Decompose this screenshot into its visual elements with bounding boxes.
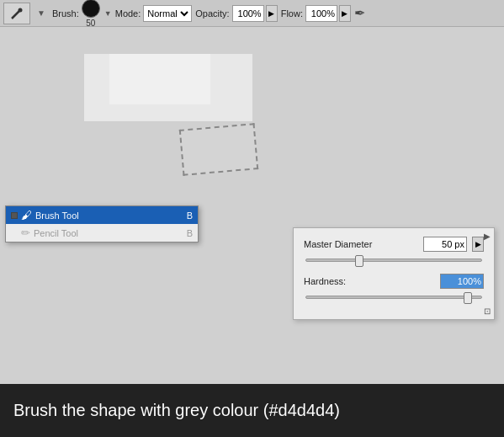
diameter-slider-track[interactable] <box>305 258 482 262</box>
brush-group: Brush: 50 ▼ <box>52 0 112 28</box>
brush-size: 50 <box>86 19 95 28</box>
mode-label: Mode: <box>115 8 141 19</box>
hardness-slider-thumb[interactable] <box>464 292 472 304</box>
flow-group: Flow: ▶ <box>281 5 351 22</box>
brush-icon <box>9 6 24 21</box>
hardness-slider-track[interactable] <box>305 296 482 299</box>
instruction-bar: Brush the shape with grey colour (#d4d4d… <box>0 384 504 437</box>
tool-menu-item-pencil[interactable]: ✏ Pencil Tool B <box>6 224 198 242</box>
tool-menu-item-brush[interactable]: 🖌 Brush Tool B <box>6 206 198 224</box>
tool-menu: 🖌 Brush Tool B ✏ Pencil Tool B <box>5 205 199 242</box>
panel-expand-button[interactable]: ⊡ <box>484 306 491 316</box>
hardness-row: Hardness: <box>304 274 484 289</box>
brush-tool-label: Brush Tool <box>35 211 79 221</box>
mode-select[interactable]: Normal <box>143 5 192 22</box>
pencil-tool-icon: ✏ <box>21 226 30 239</box>
svg-point-1 <box>19 8 23 12</box>
instruction-text: Brush the shape with grey colour (#d4d4d… <box>13 401 340 420</box>
brush-tool-icon: 🖌 <box>21 209 32 221</box>
diameter-slider-thumb[interactable] <box>355 255 363 267</box>
opacity-group: Opacity: ▶ <box>195 5 277 22</box>
brush-panel: ▶ Master Diameter ▶ Hardness: ⊡ <box>293 227 495 320</box>
airbrush-button[interactable]: ✒ <box>354 5 365 21</box>
opacity-input-group: ▶ <box>232 5 278 22</box>
brush-preview-col: 50 <box>82 0 100 28</box>
diameter-label: Master Diameter <box>304 239 372 249</box>
diameter-arrow[interactable]: ▶ <box>472 237 484 252</box>
opacity-arrow[interactable]: ▶ <box>266 5 278 22</box>
flow-input-group: ▶ <box>305 5 351 22</box>
flow-arrow[interactable]: ▶ <box>339 5 351 22</box>
panel-resize-button[interactable]: ▶ <box>484 232 491 241</box>
brush-expand-arrow[interactable]: ▼ <box>104 9 112 18</box>
opacity-input[interactable] <box>232 5 264 22</box>
toolbar: ▼ Brush: 50 ▼ Mode: Normal Opacity: ▶ Fl… <box>0 0 504 27</box>
selection-shape <box>179 123 258 176</box>
diameter-input[interactable] <box>423 237 467 252</box>
flow-input[interactable] <box>305 5 337 22</box>
pencil-tool-label: Pencil Tool <box>34 228 78 238</box>
hardness-slider-container <box>304 296 484 299</box>
diameter-row: Master Diameter ▶ <box>304 237 484 252</box>
opacity-label: Opacity: <box>195 8 229 19</box>
hardness-input[interactable] <box>440 274 484 289</box>
brush-label: Brush: <box>52 8 79 19</box>
active-indicator <box>11 212 18 219</box>
tool-dropdown-arrow[interactable]: ▼ <box>34 3 49 24</box>
diameter-slider-container <box>304 258 484 262</box>
bg-shape-2 <box>109 54 210 104</box>
canvas-area[interactable]: 🖌 Brush Tool B ✏ Pencil Tool B ▶ Master … <box>0 27 504 384</box>
pencil-tool-shortcut: B <box>187 228 193 238</box>
flow-label: Flow: <box>281 8 303 19</box>
brush-tool-shortcut: B <box>187 211 193 221</box>
brush-preview[interactable] <box>82 0 100 18</box>
mode-group: Mode: Normal <box>115 5 193 22</box>
hardness-label: Hardness: <box>304 276 371 286</box>
tool-selector-button[interactable] <box>3 3 30 24</box>
